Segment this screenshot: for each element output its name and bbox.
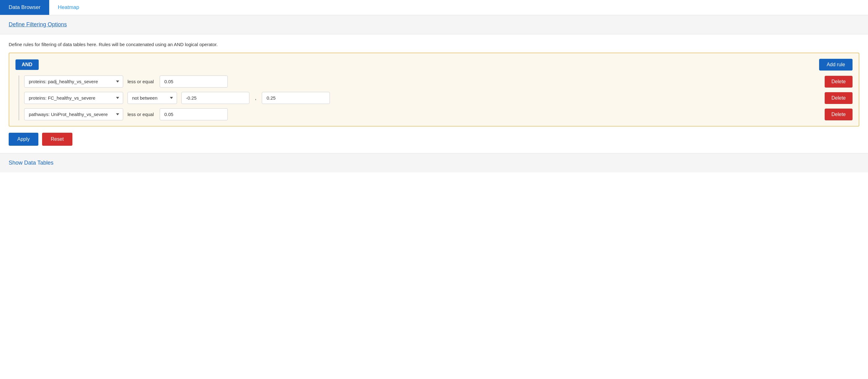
filter-section-header: Define Filtering Options [0, 15, 868, 34]
tab-data-browser[interactable]: Data Browser [0, 0, 49, 15]
value-input-2a[interactable] [181, 92, 249, 104]
field-select-3[interactable]: pathways: UniProt_healthy_vs_severe [24, 108, 123, 120]
filter-row: pathways: UniProt_healthy_vs_severe less… [24, 108, 852, 120]
value-input-1[interactable] [160, 75, 228, 88]
delete-button-2[interactable]: Delete [825, 92, 852, 104]
operator-select-2[interactable]: not between [127, 92, 177, 104]
show-data-tables-link[interactable]: Show Data Tables [9, 160, 54, 166]
value-input-2b[interactable] [262, 92, 330, 104]
comma-separator: , [255, 95, 256, 101]
operator-text-1: less or equal [127, 79, 155, 84]
apply-button[interactable]: Apply [9, 133, 38, 146]
filter-box: AND Add rule proteins: padj_healthy_vs_s… [9, 53, 859, 127]
reset-button[interactable]: Reset [42, 133, 72, 146]
filter-row: proteins: FC_healthy_vs_severe not betwe… [24, 92, 852, 104]
tab-heatmap[interactable]: Heatmap [49, 0, 88, 15]
description-text: Define rules for filtering of data table… [9, 42, 859, 47]
filter-box-header: AND Add rule [16, 59, 852, 70]
show-data-section: Show Data Tables [0, 153, 868, 172]
field-select-2[interactable]: proteins: FC_healthy_vs_severe [24, 92, 123, 104]
add-rule-button[interactable]: Add rule [819, 59, 852, 70]
delete-button-3[interactable]: Delete [825, 108, 852, 120]
filter-row: proteins: padj_healthy_vs_severe less or… [24, 75, 852, 88]
field-select-1[interactable]: proteins: padj_healthy_vs_severe [24, 75, 123, 88]
main-content: Define rules for filtering of data table… [0, 34, 868, 153]
delete-button-1[interactable]: Delete [825, 76, 852, 88]
and-badge: AND [16, 59, 39, 70]
define-filtering-link[interactable]: Define Filtering Options [9, 21, 67, 28]
operator-text-3: less or equal [127, 112, 155, 117]
value-input-3[interactable] [160, 108, 228, 120]
action-buttons: Apply Reset [9, 133, 859, 146]
filter-rows: proteins: padj_healthy_vs_severe less or… [19, 75, 852, 120]
nav-tabs: Data Browser Heatmap [0, 0, 868, 15]
